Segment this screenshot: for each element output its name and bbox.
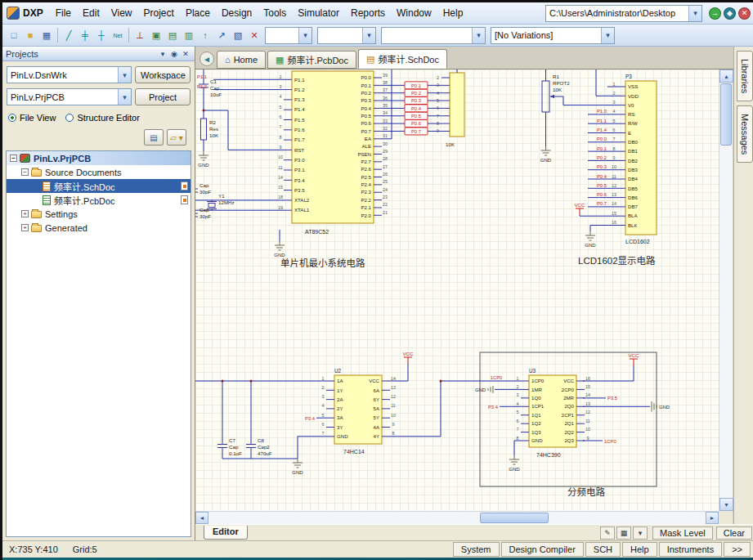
collapse-icon[interactable]: −	[10, 155, 17, 162]
toolbar-combobox-3[interactable]: ▾	[381, 27, 486, 44]
menu-simulator[interactable]: Simulator	[292, 5, 345, 21]
scroll-left-button[interactable]: ◄	[195, 512, 208, 524]
home-nav-icon[interactable]: ◆	[724, 7, 736, 20]
structure-editor-radio[interactable]: Structure Editor	[65, 113, 139, 123]
cross-probe-icon[interactable]: ↗	[213, 27, 230, 43]
system-button[interactable]: System	[453, 542, 500, 557]
place-wire-icon[interactable]: ╱	[61, 27, 77, 43]
place-part-icon[interactable]: ▣	[148, 27, 164, 43]
file-view-radio[interactable]: File View	[8, 113, 56, 123]
menu-design[interactable]: Design	[216, 5, 258, 21]
edit-pencil-icon[interactable]: ✎	[600, 526, 615, 540]
open-document-indicator-icon[interactable]	[181, 195, 188, 204]
collapse-icon[interactable]: −	[21, 168, 29, 176]
navigator-button[interactable]: ▤	[144, 129, 164, 146]
menu-reports[interactable]: Reports	[345, 5, 391, 21]
more-button[interactable]: >>	[724, 542, 751, 557]
toolbar-combobox-2[interactable]: ▾	[317, 27, 376, 44]
workspace-button[interactable]: Workspace	[135, 66, 190, 83]
scroll-up-button[interactable]: ▲	[719, 69, 733, 83]
expand-icon[interactable]: +	[21, 224, 29, 231]
component-74hc14[interactable]: 1A11Y22A32Y43A53Y6GND7VCC146A136Y125A115…	[322, 368, 397, 455]
dropdown-arrow-icon[interactable]: ▾	[633, 526, 648, 540]
dropdown-arrow-icon[interactable]: ▾	[298, 28, 312, 43]
place-power-port-icon[interactable]: ⊥	[132, 27, 148, 43]
path-combobox[interactable]: C:\Users\Administrator\Desktop ▾	[545, 5, 702, 22]
panel-menu-icon[interactable]: ▾	[157, 50, 168, 58]
help-button[interactable]: Help	[622, 542, 657, 557]
place-sheet-symbol-icon[interactable]: ▤	[164, 27, 181, 43]
place-net-label-icon[interactable]: Net	[110, 27, 126, 43]
menu-help[interactable]: Help	[437, 5, 469, 21]
tree-item--schdoc[interactable]: 频率计.SchDoc	[7, 179, 190, 193]
horizontal-scrollbar[interactable]: ◄ ►	[195, 511, 719, 524]
tree-item-source-documents[interactable]: −Source Documents	[7, 165, 190, 179]
clear-button[interactable]: Clear	[716, 526, 752, 540]
tree-item-settings[interactable]: +Settings	[7, 207, 190, 221]
navigate-up-icon[interactable]: ↑	[197, 27, 213, 43]
document-tab--pcbdoc[interactable]: ▦频率计.PcbDoc	[267, 51, 356, 69]
panel-close-icon[interactable]: ✕	[180, 50, 191, 58]
open-document-indicator-icon[interactable]	[181, 181, 188, 190]
project-combobox[interactable]: PinLv.PrjPCB ▾	[7, 88, 132, 105]
workspace-combobox[interactable]: PinLv.DsnWrk ▾	[7, 66, 132, 83]
dropdown-arrow-icon[interactable]: ▾	[362, 28, 375, 43]
schematic-editor[interactable]: P1.12P1.23P1.34P1.45P1.56P1.67P1.78RST9P…	[195, 69, 719, 511]
dropdown-arrow-icon[interactable]: ▾	[118, 67, 131, 83]
back-arrow-icon[interactable]: ◄	[199, 52, 214, 66]
dropdown-arrow-icon[interactable]: ▾	[472, 28, 485, 43]
svg-text:26: 26	[383, 172, 388, 177]
project-button[interactable]: Project	[135, 88, 190, 105]
schematic-canvas[interactable]: P1.12P1.23P1.34P1.45P1.56P1.67P1.78RST9P…	[195, 69, 719, 511]
new-document-icon[interactable]: □	[6, 27, 22, 43]
mask-level-button[interactable]: Mask Level	[652, 526, 713, 540]
save-icon[interactable]: ▦	[38, 27, 55, 43]
panel-tab-messages[interactable]: Messages	[737, 105, 753, 163]
svg-text:74HC14: 74HC14	[343, 449, 365, 455]
vertical-scrollbar[interactable]: ▲ ▼	[719, 69, 733, 511]
menu-window[interactable]: Window	[391, 5, 437, 21]
place-junction-icon[interactable]: ┼	[93, 27, 110, 43]
menu-project[interactable]: Project	[138, 5, 180, 21]
expand-icon[interactable]: +	[21, 210, 29, 217]
panel-tab-libraries[interactable]: Libraries	[737, 51, 753, 101]
browse-library-icon[interactable]: ▧	[230, 27, 246, 43]
sch-button[interactable]: SCH	[585, 542, 621, 557]
horizontal-scrollbar-thumb[interactable]	[480, 513, 549, 523]
tree-item-generated[interactable]: +Generated	[7, 221, 190, 235]
menu-tools[interactable]: Tools	[258, 5, 292, 21]
vertical-scrollbar-thumb[interactable]	[720, 83, 732, 146]
place-sheet-entry-icon[interactable]: ▥	[181, 27, 197, 43]
instruments-button[interactable]: Instruments	[659, 542, 722, 557]
menu-file[interactable]: File	[50, 5, 77, 21]
document-tab--schdoc[interactable]: ▤频率计.SchDoc	[358, 49, 447, 69]
toolbar-combobox-1[interactable]: ▾	[265, 27, 312, 44]
menu-place[interactable]: Place	[180, 5, 216, 21]
component-at89c52[interactable]: P1.12P1.23P1.34P1.45P1.56P1.67P1.78RST9P…	[278, 71, 388, 235]
menu-edit[interactable]: Edit	[77, 5, 105, 21]
component-lcd1602[interactable]: VSS1VDD2V03RS4R/W5E6DB07DB18DB29DB310DB4…	[612, 74, 657, 244]
menu-view[interactable]: View	[105, 5, 138, 21]
scroll-right-button[interactable]: ►	[706, 512, 719, 524]
divider-connections[interactable]: C7Cap0.1uFC8Cap2470uFP3.41CP0P3.4P3.51CP…	[195, 351, 670, 476]
open-project-button[interactable]: ▱ ▾	[167, 129, 186, 146]
cancel-icon[interactable]: ✕	[246, 27, 262, 43]
go-icon[interactable]: →	[709, 7, 721, 20]
p0-ports[interactable]: P0.1P0.2P0.3P0.4P0.5P0.6P0.7	[382, 82, 441, 135]
design-compiler-button[interactable]: Design Compiler	[501, 542, 584, 557]
tree-item-pinlv-prjpcb[interactable]: −PinLv.PrjPCB	[7, 151, 190, 165]
scroll-down-button[interactable]: ▼	[719, 498, 733, 511]
open-icon[interactable]: ■	[22, 27, 38, 43]
dropdown-arrow-icon[interactable]: ▾	[601, 28, 614, 43]
dropdown-arrow-icon[interactable]: ▾	[118, 89, 131, 105]
dropdown-arrow-icon[interactable]: ▾	[688, 6, 701, 21]
tree-item--pcbdoc[interactable]: 频率计.PcbDoc	[7, 193, 190, 207]
close-icon[interactable]: ✕	[738, 7, 751, 20]
variations-combobox[interactable]: [No Variations] ▾	[491, 27, 615, 44]
pin-icon[interactable]: ◉	[168, 50, 180, 58]
document-tab-home[interactable]: ⌂Home	[217, 51, 266, 69]
grid-cell-icon[interactable]: ▦	[616, 526, 631, 540]
place-bus-icon[interactable]: ╪	[77, 27, 93, 43]
tab-editor[interactable]: Editor	[204, 526, 248, 540]
component-74hc390[interactable]: 1CP011MR21Q031CP141Q151Q261Q37GND8VCC162…	[517, 368, 591, 458]
